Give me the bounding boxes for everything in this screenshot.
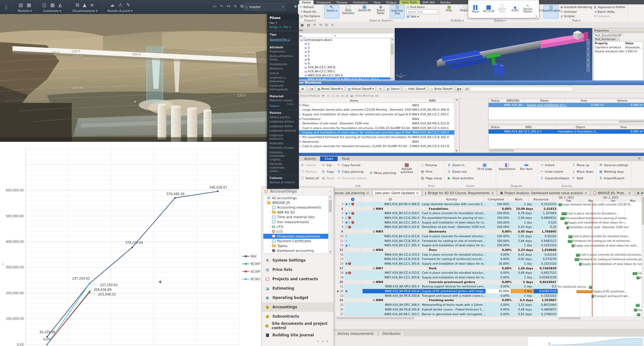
tree-item-bridge-jis[interactable]: BRIDGE JIS: [263, 200, 332, 205]
gantt-bar[interactable]: [572, 244, 574, 247]
workbook-row[interactable]: ▢Pre-assembled formwork for pouring of r…: [298, 135, 459, 139]
sidebar-item-operating-budget[interactable]: ▦Operating budget: [262, 293, 334, 302]
tree-item-1[interactable]: ▤1: [299, 42, 391, 46]
doc-tab-project-analysis-dashboard-ear[interactable]: Project Analysis: Dashboard earned value…: [497, 190, 590, 196]
tree-item-a19-ba-cz-c-305-b[interactable]: ▤A19_BA.CZ.C.305.B: [299, 65, 391, 70]
selection-tree-scrollbar[interactable]: ▲▼: [390, 38, 394, 80]
gantt-bar[interactable]: [576, 254, 580, 257]
pause-button[interactable]: Pause: [470, 5, 481, 13]
modello-icon[interactable]: ▦: [27, 2, 31, 8]
activity-row-27[interactable]: 27NW9.A19_BA.RB.C.322.CBarrier in galvan…: [335, 312, 558, 317]
close-icon[interactable]: ⊗: [585, 191, 587, 195]
activity-row-26[interactable]: 26NW9.A19_BA.PS.B.305.BAsphalt binder co…: [335, 307, 558, 312]
select-button[interactable]: ↖Select ▾: [324, 5, 339, 18]
model-selector[interactable]: ▯master▾: [243, 3, 286, 11]
select-all-button[interactable]: ☐Select all: [300, 175, 319, 181]
find-items-button[interactable]: ◎Find Items: [407, 5, 438, 9]
infraworks-3d-viewport[interactable]: 146.0150.0135.0200.0140.0130.01326.40125…: [0, 14, 299, 142]
close-icon[interactable]: ⊗: [416, 191, 418, 195]
qat-icon[interactable]: ↷: [319, 23, 322, 27]
start-activities-button[interactable]: ▶Start activities: [447, 175, 474, 181]
undo-indent-button[interactable]: ←Undo indent: [540, 169, 569, 175]
bottom-tab-distribution[interactable]: Distribution: [378, 331, 405, 336]
select-same-button[interactable]: ◈Select Same: [373, 5, 388, 18]
more-ellipsis[interactable]: • • •: [317, 339, 329, 344]
activity-row-21[interactable]: 21NW8.A19_BA.OP.A.365.ABearing support d…: [335, 284, 558, 289]
visualizzazione-icon[interactable]: ▲: [83, 2, 86, 8]
tree-item-accounting-measurements[interactable]: Accounting measurements: [263, 205, 332, 210]
fit-to-page-button[interactable]: ▣Fit to page: [476, 162, 493, 171]
doc-tab-bridge-for-4d-5d-course-requir[interactable]: ‖Bridge for 4D 5D Course: Requirements⊗: [422, 190, 497, 196]
copy-planning-button[interactable]: ⧉Copy planning: [337, 169, 367, 175]
nuvole-di-punti-menu[interactable]: Nuvole di punti ▾: [108, 9, 133, 12]
activity-row-16[interactable]: 16▣!NW6.A19_BA.CZ.C.305.BSupply and inst…: [335, 262, 558, 266]
gantt-bar[interactable]: [567, 226, 569, 229]
contenuto-icon[interactable]: ◫: [42, 2, 46, 8]
workbook-row[interactable]: ▤AbutmentsNW5: [298, 139, 459, 144]
activity-row-12[interactable]: 12▣✔NW5.A19_BA.CZ.C.305.ASupply and inst…: [335, 243, 558, 248]
tree-item-bim-4d-5d[interactable]: ›BIM 4D 5D: [263, 210, 332, 214]
formula-input[interactable]: [470, 87, 573, 91]
copy-button[interactable]: ⧉Copy: [321, 169, 334, 175]
tree-item-tables[interactable]: ›Tables: [263, 243, 332, 248]
tree-item-j-p-s[interactable]: ›J.P.S.: [263, 224, 332, 229]
gantt-bar[interactable]: [636, 304, 640, 307]
tool-icon[interactable]: ▭: [213, 4, 217, 9]
modello-menu[interactable]: Modello ▾: [18, 9, 32, 12]
show-takeoff-button[interactable]: ◎Show Takeoff: [428, 86, 454, 92]
gantt-horizontal-scrollbar[interactable]: [558, 317, 642, 320]
object-hscrollbar[interactable]: [488, 149, 644, 153]
prop-tab-post-reinforcem[interactable]: Post_Reinforcem...: [593, 37, 620, 41]
tree-item-8[interactable]: ▤8: [299, 58, 391, 62]
sidebar-item-building-site-journal[interactable]: Building Site Journal: [262, 330, 334, 340]
workbook-row[interactable]: ▢Cast in place concrete for elevated str…: [298, 144, 459, 148]
refresh-icon[interactable]: ↻: [377, 86, 384, 92]
view-tab-pivot[interactable]: Pivot: [338, 156, 354, 161]
tree-scrollbar[interactable]: ▲▼: [328, 195, 332, 253]
tool-icon[interactable]: ⧉: [241, 4, 243, 9]
gantt-bar[interactable]: [577, 290, 593, 293]
activity-row-11[interactable]: 11✔NW5.A19_BA.CZ.B.305.AFormworks for ca…: [335, 239, 558, 243]
activity-row-17[interactable]: 17⊟NW7Deck0,00%1,69 days0,7443828: [335, 266, 558, 271]
close-icon[interactable]: ⊗: [628, 191, 631, 195]
gantt-bar[interactable]: [637, 313, 640, 316]
ribbon-tab-render[interactable]: Render: [437, 0, 454, 4]
gantt-bar[interactable]: [575, 258, 579, 261]
contenuto-icon[interactable]: ▦: [50, 2, 55, 8]
rollup-hscrollbar[interactable]: [488, 120, 644, 124]
qat-icon[interactable]: ↖: [331, 23, 334, 27]
prop-tab-post-quantitytakeoff[interactable]: Post_QuantityTakeOff: [593, 34, 623, 37]
activity-row-7[interactable]: 7▣✔!NW4.A19_BA.CZ.C.305.ASupply and inst…: [335, 220, 558, 225]
contenuto-menu[interactable]: Contenuto ▾: [43, 9, 61, 12]
gantt-vertical-scrollbar[interactable]: [642, 196, 644, 317]
gantt-bar[interactable]: [633, 272, 637, 275]
table-row[interactable]: NW4.A19_BA.CZ.C.305.A.1Foundation 2:Foun…: [489, 129, 644, 134]
working-days-button[interactable]: ▦Working days: [599, 169, 628, 175]
ribbon-tab-item-tools[interactable]: Item Tools: [399, 0, 420, 4]
view-options-button[interactable]: ▢▾: [307, 86, 314, 92]
general-settings-button[interactable]: ⚙General settings: [599, 162, 628, 168]
gantt-bar[interactable]: [568, 240, 572, 243]
workbook-row[interactable]: ▤PilesNW3: [298, 103, 459, 108]
activity-row-24[interactable]: 24⊟NW9Finishing works0,00%4,5 days1,5530…: [335, 298, 558, 303]
recode-activities-button[interactable]: ▦Recode activities: [398, 162, 415, 174]
contenuto-icon[interactable]: ◭: [58, 2, 62, 8]
collapse-icon[interactable]: ⊟: [373, 281, 375, 284]
page-setup-button[interactable]: ▥Page setup: [421, 175, 442, 181]
activity-row-14[interactable]: 14NW6.A19_BA.CZ.A.315.ECast in place con…: [335, 252, 558, 257]
qat-icon[interactable]: ↶: [313, 23, 316, 27]
zoom-in-button[interactable]: ⊕Zoom in: [447, 162, 474, 168]
import-export-button[interactable]: ⇅Import/Export: [599, 175, 628, 181]
nuvole-di-punti-icon[interactable]: ✎: [126, 2, 130, 8]
activity-row-18[interactable]: 18▣!NW7.A19_BA.CZ.A.315.ECast in place c…: [335, 271, 558, 275]
zoom-out-button[interactable]: ⊖Zoom out: [447, 169, 474, 175]
activity-row-23[interactable]: 23NW8.A19_BA.PR.B.350.BTransport and lau…: [335, 294, 558, 298]
more-chevron-icon[interactable]: ▾: [535, 15, 537, 18]
activity-row-10[interactable]: 10✔NW5.A19_BA.CZ.A.315.DCast in place co…: [335, 234, 558, 239]
workbook-row[interactable]: ▤FoundationsNW4: [298, 117, 459, 121]
activity-row-4[interactable]: 4⊟NW4Foundations0,00%10,09 days2,41813: [335, 207, 558, 211]
qat-icon[interactable]: ↻: [325, 23, 328, 27]
tool-icon[interactable]: ↔: [227, 4, 230, 9]
workbook-row[interactable]: ▢Supply and installation of steel rebars…: [298, 112, 459, 117]
gantt-bar[interactable]: [565, 222, 568, 224]
